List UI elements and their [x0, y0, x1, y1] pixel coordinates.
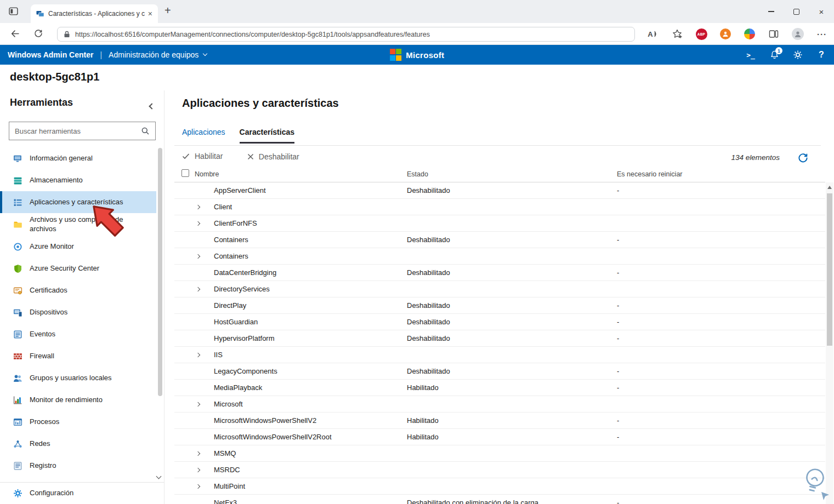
expand-chevron-icon[interactable]: [196, 451, 200, 456]
search-icon[interactable]: [141, 127, 150, 135]
tab-close-icon[interactable]: ×: [148, 9, 152, 18]
add-favorite-icon[interactable]: [670, 26, 685, 42]
table-row[interactable]: MicrosoftWindowsPowerShellV2RootHabilita…: [174, 429, 825, 445]
expand-chevron-icon[interactable]: [196, 402, 200, 406]
column-estado[interactable]: Estado: [407, 170, 428, 178]
disable-button[interactable]: Deshabilitar: [247, 152, 299, 161]
password-extension-icon[interactable]: [718, 26, 733, 42]
sidebar-item-configuracion[interactable]: Configuración: [0, 482, 164, 504]
table-row[interactable]: MediaPlaybackHabilitado-: [174, 380, 825, 396]
adblock-extension-icon[interactable]: ABP: [694, 26, 709, 42]
overview-icon: [13, 154, 22, 163]
expand-chevron-icon[interactable]: [196, 287, 200, 291]
settings-gear-icon[interactable]: [790, 47, 806, 63]
expand-chevron-icon[interactable]: [196, 484, 200, 489]
extension-icon[interactable]: [742, 26, 757, 42]
sidebar-item-label: Azure Security Center: [30, 264, 99, 273]
sidebar-item-certificados[interactable]: Certificados: [0, 280, 156, 302]
sidebar-item-firewall[interactable]: Firewall: [0, 346, 156, 368]
tab-aplicaciones[interactable]: Aplicaciones: [182, 128, 225, 144]
sidebar-item-dispositivos[interactable]: Dispositivos: [0, 302, 156, 324]
scroll-down-chevron-icon[interactable]: [156, 474, 162, 479]
address-bar[interactable]: https://localhost:6516/computerManagemen…: [57, 27, 635, 42]
sidebar-item-procesos[interactable]: Procesos: [0, 411, 156, 433]
browser-titlebar: Características - Aplicaciones y c × + ×: [0, 0, 834, 23]
sidebar-item-eventos[interactable]: Eventos: [0, 324, 156, 346]
select-all-checkbox[interactable]: [181, 169, 189, 177]
scrollbar-thumb[interactable]: [827, 193, 832, 346]
browser-tab[interactable]: Características - Aplicaciones y c ×: [31, 4, 158, 23]
sidebar-item-azure-monitor[interactable]: Azure Monitor: [0, 236, 156, 258]
expand-chevron-icon[interactable]: [196, 468, 200, 472]
sidebar-item-registro[interactable]: Registro: [0, 455, 156, 477]
notifications-bell-icon[interactable]: 1: [766, 47, 782, 63]
powershell-icon[interactable]: >_: [742, 47, 759, 63]
sidebar-item-almacenamiento[interactable]: Almacenamiento: [0, 169, 156, 191]
sidebar-item-grupos-y-usuarios-locales[interactable]: Grupos y usuarios locales: [0, 368, 156, 390]
expand-chevron-icon[interactable]: [196, 254, 200, 259]
table-row[interactable]: MicrosoftWindowsPowerShellV2Habilitado-: [174, 413, 825, 429]
feature-restart: -: [617, 383, 619, 392]
minimize-button[interactable]: [758, 0, 784, 23]
address-url[interactable]: https://localhost:6516/computerManagemen…: [75, 31, 430, 38]
split-screen-icon[interactable]: [766, 26, 781, 42]
table-row[interactable]: ClientForNFS: [174, 215, 825, 232]
column-reiniciar[interactable]: Es necesario reiniciar: [617, 170, 683, 178]
profile-avatar[interactable]: [790, 26, 805, 42]
table-row[interactable]: MSMQ: [174, 445, 825, 462]
table-row[interactable]: MSRDC: [174, 462, 825, 478]
tools-sidebar: Herramientas Buscar herramientas Informa…: [0, 90, 164, 504]
maximize-button[interactable]: [784, 0, 809, 23]
expand-chevron-icon[interactable]: [196, 205, 200, 209]
table-row[interactable]: Client: [174, 199, 825, 215]
sidebar-item-azure-security-center[interactable]: Azure Security Center: [0, 258, 156, 280]
reload-icon[interactable]: [34, 29, 43, 38]
sidebar-item-monitor-de-rendimiento[interactable]: Monitor de rendimiento: [0, 390, 156, 411]
feature-name: HostGuardian: [214, 318, 258, 326]
table-row[interactable]: DataCenterBridgingDeshabilitado-: [174, 265, 825, 281]
expand-chevron-icon[interactable]: [196, 221, 200, 226]
tools-search-input[interactable]: Buscar herramientas: [9, 122, 156, 140]
table-row[interactable]: DirectPlayDeshabilitado-: [174, 297, 825, 314]
table-row[interactable]: IIS: [174, 347, 825, 363]
tab-actions-menu-icon[interactable]: [9, 7, 18, 15]
table-row[interactable]: ContainersDeshabilitado-: [174, 232, 825, 248]
lock-icon[interactable]: [64, 31, 70, 38]
enable-button[interactable]: Habilitar: [182, 152, 223, 161]
table-row[interactable]: Microsoft: [174, 396, 825, 413]
table-row[interactable]: HypervisorPlatformDeshabilitado-: [174, 330, 825, 347]
sidebar-item-redes[interactable]: Redes: [0, 433, 156, 455]
column-nombre[interactable]: Nombre: [195, 170, 219, 178]
read-aloud-icon[interactable]: A: [645, 26, 661, 42]
solution-dropdown[interactable]: Administración de equipos: [109, 50, 207, 59]
refresh-icon[interactable]: [798, 153, 808, 163]
help-icon[interactable]: ?: [813, 47, 830, 63]
table-row[interactable]: AppServerClientDeshabilitado-: [174, 182, 825, 199]
table-row[interactable]: MultiPoint: [174, 478, 825, 495]
close-button[interactable]: ×: [809, 0, 834, 23]
notification-badge: 1: [775, 47, 782, 54]
table-row[interactable]: DirectoryServices: [174, 281, 825, 297]
table-row[interactable]: HostGuardianDeshabilitado-: [174, 314, 825, 330]
table-row[interactable]: NetFx3Deshabilitado con eliminación de l…: [174, 495, 825, 504]
back-icon[interactable]: [10, 29, 20, 38]
browser-menu-icon[interactable]: ···: [814, 26, 830, 42]
tab-caracteristicas[interactable]: Características: [240, 128, 294, 144]
sidebar-item-label: Monitor de rendimiento: [30, 396, 103, 405]
table-row[interactable]: Containers: [174, 248, 825, 265]
header-separator: |: [100, 50, 102, 59]
sidebar-scrollbar[interactable]: [158, 148, 162, 396]
collapse-sidebar-icon[interactable]: [150, 101, 154, 111]
table-row[interactable]: LegacyComponentsDeshabilitado-: [174, 363, 825, 380]
feature-name: MicrosoftWindowsPowerShellV2Root: [214, 433, 332, 441]
sidebar-item-archivos-y-uso-compartido-de-archivos[interactable]: Archivos y uso compartido de archivos: [0, 213, 156, 236]
scroll-up-arrow-icon[interactable]: [827, 186, 832, 189]
sidebar-item-informacion-general[interactable]: Información general: [0, 147, 156, 169]
lightbulb-doodle: [796, 463, 833, 503]
feature-status: Deshabilitado: [407, 236, 450, 244]
sidebar-item-aplicaciones-y-caracteristicas[interactable]: Aplicaciones y características: [0, 191, 156, 213]
expand-chevron-icon[interactable]: [196, 353, 200, 357]
wac-brand[interactable]: Windows Admin Center: [8, 50, 93, 59]
main-scrollbar[interactable]: [826, 182, 833, 504]
new-tab-button[interactable]: +: [164, 4, 171, 17]
